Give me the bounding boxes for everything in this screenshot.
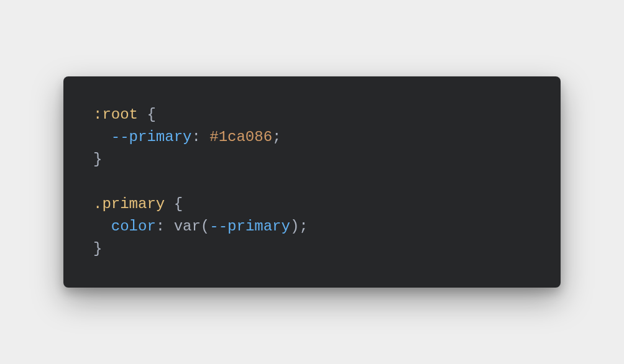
token-colon: : bbox=[156, 218, 165, 235]
code-line-7: } bbox=[93, 238, 531, 260]
code-line-3: } bbox=[93, 148, 531, 171]
token-function: var bbox=[174, 218, 201, 235]
token-indent bbox=[93, 218, 111, 235]
token-space bbox=[165, 218, 173, 235]
code-line-5: .primary { bbox=[93, 193, 531, 216]
code-line-1: :root { bbox=[93, 104, 531, 126]
token-brace-open: { bbox=[174, 196, 183, 212]
code-line-6: color: var(--primary); bbox=[93, 216, 531, 238]
code-line-blank bbox=[93, 171, 531, 193]
code-block: :root { --primary: #1ca086; } .primary {… bbox=[63, 76, 561, 288]
token-brace-open: { bbox=[147, 106, 155, 123]
token-property: color bbox=[111, 218, 156, 235]
token-variable: --primary bbox=[209, 218, 290, 235]
token-space bbox=[165, 196, 173, 212]
token-paren-open: ( bbox=[201, 218, 209, 235]
token-colon: : bbox=[191, 129, 200, 145]
token-brace-close: } bbox=[93, 151, 102, 168]
token-semicolon: ; bbox=[299, 218, 308, 235]
token-value: #1ca086 bbox=[209, 129, 272, 145]
token-pseudo-selector: :root bbox=[93, 106, 138, 123]
token-property: --primary bbox=[111, 129, 192, 145]
token-semicolon: ; bbox=[272, 129, 281, 145]
token-brace-close: } bbox=[93, 240, 102, 257]
token-paren-close: ) bbox=[290, 218, 299, 235]
code-line-2: --primary: #1ca086; bbox=[93, 126, 531, 148]
token-indent bbox=[93, 129, 111, 145]
token-space bbox=[201, 129, 209, 145]
token-space bbox=[138, 106, 147, 123]
token-class-selector: .primary bbox=[93, 196, 165, 212]
